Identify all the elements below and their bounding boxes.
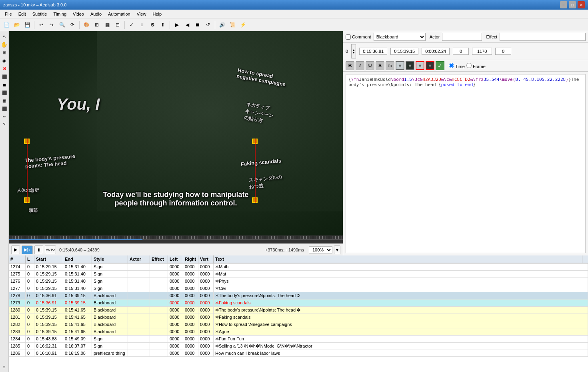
video-load-button[interactable]: ▶ — [172, 20, 182, 30]
play-button[interactable]: ▶ — [11, 245, 20, 254]
table-row[interactable]: 128300:15:39.150:15:41.65Blackboard00000… — [9, 328, 588, 336]
effect-input[interactable] — [500, 33, 586, 41]
time-radio-label[interactable]: Time — [449, 63, 465, 69]
actor-input[interactable] — [442, 33, 482, 41]
play-subs-button[interactable]: ▶▷ — [22, 245, 33, 254]
end-time-input[interactable] — [390, 48, 418, 55]
sidebar-btn-11[interactable]: ✏ — [1, 113, 8, 120]
new-button[interactable]: 📄 — [2, 20, 11, 30]
video-seekbar[interactable] — [9, 235, 343, 243]
close-button[interactable]: ✕ — [578, 1, 585, 8]
layer-up[interactable]: ▲ ▼ — [351, 44, 356, 58]
redo-button[interactable]: ↪ — [47, 20, 56, 30]
italic-button[interactable]: I — [356, 61, 364, 70]
table-row[interactable]: 128000:15:39.150:15:41.65Blackboard00000… — [9, 307, 588, 314]
save-button[interactable]: 💾 — [22, 20, 32, 30]
zoom-dropdown-btn[interactable]: ▼ — [334, 245, 340, 254]
spell-button[interactable]: ✓ — [127, 20, 136, 30]
open-button[interactable]: 📂 — [12, 20, 22, 30]
menu-item-edit[interactable]: Edit — [15, 11, 29, 17]
video-opt-button[interactable]: ◀ — [182, 20, 192, 30]
table-row[interactable]: 128500:16:02.310:16:07.07Sign00000000000… — [9, 343, 588, 350]
font-button[interactable]: fn — [386, 61, 394, 70]
menu-item-automation[interactable]: Automation — [105, 11, 134, 17]
run-button[interactable]: ⚡ — [238, 20, 248, 30]
zoom-select[interactable]: 100% 75% 50% — [309, 246, 332, 253]
table-row[interactable]: 128400:15:43.880:15:49.09Sign00000000000… — [9, 336, 588, 343]
comment-checkbox[interactable] — [346, 34, 351, 40]
time-radio[interactable] — [449, 63, 454, 68]
sidebar-btn-5[interactable]: ✖ — [1, 65, 8, 72]
video-frame[interactable]: The body's pressurepoints: The head 人体の急… — [9, 31, 343, 235]
table-cell — [150, 285, 168, 292]
table-row[interactable]: 127900:15:36.910:15:39.15Blackboard00000… — [9, 300, 588, 307]
start-time-input[interactable] — [359, 48, 387, 55]
color4-button[interactable]: A — [426, 61, 434, 70]
table-row[interactable]: 127600:15:29.150:15:31.40Sign00000000000… — [9, 278, 588, 285]
comment-label[interactable]: Comment — [346, 34, 371, 40]
sidebar-btn-2[interactable]: ✋ — [1, 41, 8, 48]
table-row[interactable]: 127500:15:29.150:15:31.40Sign00000000000… — [9, 271, 588, 278]
sidebar-btn-8[interactable]: ⬛ — [1, 89, 8, 96]
replace-button[interactable]: ⟳ — [68, 20, 77, 30]
table-row[interactable]: 127700:15:29.150:15:31.40Sign00000000000… — [9, 285, 588, 292]
table-cell: 1274 — [9, 263, 26, 270]
color3-button[interactable]: A — [416, 61, 424, 70]
table-body[interactable]: 127400:15:29.150:15:31.40Sign00000000000… — [9, 263, 588, 372]
menu-item-video[interactable]: Video — [70, 11, 87, 17]
grid3-button[interactable]: ⊟ — [113, 20, 122, 30]
maximize-button[interactable]: □ — [569, 1, 576, 8]
frame-radio-label[interactable]: Frame — [466, 63, 486, 69]
undo-button[interactable]: ↩ — [36, 20, 46, 30]
color1-button[interactable]: A — [396, 61, 404, 70]
sidebar-btn-audio[interactable]: ≡ — [1, 363, 8, 370]
sidebar-btn-help[interactable]: ? — [1, 121, 8, 128]
sidebar-btn-3[interactable]: ⊞ — [1, 49, 8, 56]
sidebar-btn-6[interactable]: ⬛ — [1, 73, 8, 80]
find-button[interactable]: 🔍 — [57, 20, 67, 30]
color2-button[interactable]: A — [406, 61, 414, 70]
subtitle-text-editor[interactable]: {\fnJanieHmkBold\bord1.5\3c&H2A332D&\c&H… — [346, 74, 586, 253]
list-button[interactable]: ≡ — [137, 20, 147, 30]
grid-button[interactable]: ⊞ — [92, 20, 102, 30]
sidebar-btn-10[interactable]: ⬛ — [1, 105, 8, 112]
num1-input[interactable] — [453, 48, 469, 55]
num3-input[interactable] — [495, 48, 511, 55]
table-row[interactable]: 127800:15:36.910:15:39.15Blackboard00000… — [9, 292, 588, 300]
sidebar-btn-7[interactable]: ◼ — [1, 81, 8, 88]
table-cell: 0000 — [183, 307, 198, 314]
menu-item-audio[interactable]: Audio — [87, 11, 105, 17]
styles-button[interactable]: 🎨 — [82, 20, 91, 30]
settings-button[interactable]: ⚙ — [148, 20, 157, 30]
sidebar-btn-4[interactable]: ◉ — [1, 57, 8, 64]
num2-input[interactable] — [472, 48, 492, 55]
menu-item-view[interactable]: View — [134, 11, 150, 17]
underline-button[interactable]: U — [366, 61, 374, 70]
commit-button[interactable]: ✓ — [436, 61, 444, 70]
grid2-button[interactable]: ▦ — [102, 20, 112, 30]
bold-button[interactable]: B — [346, 61, 354, 70]
menu-item-timing[interactable]: Timing — [50, 11, 70, 17]
sidebar-btn-9[interactable]: ▦ — [1, 97, 8, 104]
table-cell — [128, 336, 150, 342]
frame-radio[interactable] — [466, 63, 472, 68]
table-row[interactable]: 127400:15:29.150:15:31.40Sign00000000000… — [9, 263, 588, 271]
table-row[interactable]: 128100:15:39.150:15:41.65Blackboard00000… — [9, 314, 588, 321]
export-button[interactable]: ⬆ — [158, 20, 168, 30]
minimize-button[interactable]: − — [560, 1, 567, 8]
strikethrough-button[interactable]: S — [376, 61, 384, 70]
duration-input[interactable] — [422, 48, 450, 55]
table-row[interactable]: 128600:16:18.910:16:19.08prettlecard thi… — [9, 350, 588, 357]
video-loop-button[interactable]: ↺ — [203, 20, 213, 30]
style-dropdown[interactable]: Blackboard Sign — [374, 33, 426, 41]
script-button[interactable]: 📜 — [228, 20, 237, 30]
menu-item-subtitle[interactable]: Subtitle — [29, 11, 50, 17]
sidebar-btn-1[interactable]: ↖ — [1, 33, 8, 40]
menu-item-help[interactable]: Help — [149, 11, 165, 17]
audio-button[interactable]: 🔊 — [217, 20, 227, 30]
table-row[interactable]: 128200:15:39.150:15:41.65Blackboard00000… — [9, 321, 588, 328]
auto-button[interactable]: AUTO — [45, 245, 56, 254]
video-stop-button[interactable]: ⏹ — [193, 20, 202, 30]
menu-item-file[interactable]: File — [2, 11, 15, 17]
pause-button[interactable]: ⏸ — [34, 245, 43, 254]
